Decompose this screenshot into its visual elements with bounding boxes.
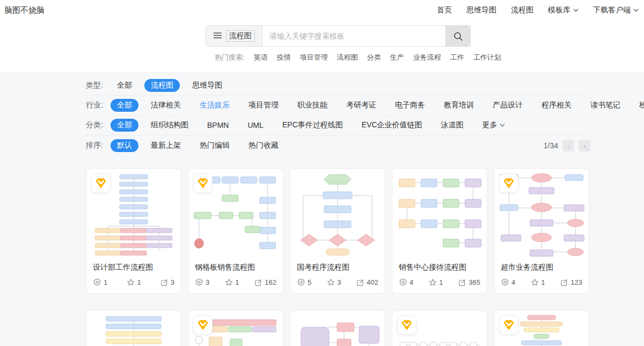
nav-flowchart[interactable]: 流程图 bbox=[511, 5, 533, 15]
filter-option[interactable]: 考研考证 bbox=[340, 99, 383, 112]
stars-count: 1 bbox=[439, 278, 443, 286]
stars-count: 1 bbox=[541, 278, 545, 286]
filter-label: 分类: bbox=[86, 120, 111, 130]
template-title[interactable]: 销售中心接待流程图 bbox=[392, 260, 487, 273]
filter-option[interactable]: 流程图 bbox=[144, 79, 180, 92]
template-stats: 4 1 123 bbox=[494, 273, 589, 293]
vip-gem-icon bbox=[502, 319, 515, 331]
top-nav: 首页思维导图流程图模板库下载客户端 bbox=[437, 5, 639, 15]
edits-stat: 123 bbox=[560, 278, 582, 286]
hot-search-label: 热门搜索: bbox=[215, 53, 245, 62]
stars-stat[interactable]: 1 bbox=[429, 278, 443, 286]
search-input[interactable] bbox=[262, 26, 445, 46]
template-thumbnail bbox=[86, 169, 181, 260]
filter-option[interactable]: UML bbox=[241, 119, 270, 131]
filter-option[interactable]: 法律相关 bbox=[144, 99, 187, 112]
stars-stat[interactable]: 3 bbox=[327, 278, 341, 286]
prev-page-button[interactable]: ‹ bbox=[562, 140, 574, 152]
stars-stat[interactable]: 1 bbox=[127, 278, 141, 286]
template-title[interactable]: 超市业务流程图 bbox=[494, 260, 589, 273]
filter-option[interactable]: 思维导图 bbox=[186, 79, 229, 92]
views-count: 5 bbox=[308, 278, 311, 286]
nav-template-library[interactable]: 模板库 bbox=[548, 5, 579, 15]
filter-option[interactable]: BPMN bbox=[201, 119, 235, 131]
search-button[interactable] bbox=[445, 26, 470, 46]
template-card[interactable]: 超市业务流程图 4 1 123 bbox=[494, 168, 589, 294]
flowchart-preview bbox=[395, 171, 484, 257]
hot-keyword-3[interactable]: 流程图 bbox=[337, 53, 358, 62]
hot-search-row: 热门搜索: 英语疫情项目管理流程图分类生产业务流程工作工作计划 bbox=[215, 53, 644, 62]
edits-stat: 402 bbox=[356, 278, 378, 286]
site-logo[interactable]: 脑图不烧脑 bbox=[4, 5, 45, 16]
filter-option[interactable]: 电子商务 bbox=[389, 99, 431, 112]
template-card[interactable] bbox=[86, 310, 181, 346]
template-card[interactable]: 销售中心接待流程图 4 1 365 bbox=[392, 168, 487, 294]
nav-download-client[interactable]: 下载客户端 bbox=[593, 5, 639, 15]
filter-option[interactable]: 职业技能 bbox=[291, 99, 334, 112]
stars-count: 1 bbox=[235, 278, 239, 286]
hot-keyword-5[interactable]: 生产 bbox=[390, 53, 404, 62]
filter-option[interactable]: 教育培训 bbox=[437, 99, 480, 112]
star-icon bbox=[531, 278, 539, 286]
star-icon bbox=[225, 278, 233, 286]
template-title[interactable]: 国考程序流程图 bbox=[290, 260, 385, 273]
filter-option[interactable]: 组织结构图 bbox=[144, 119, 195, 132]
filter-option[interactable]: 全部 bbox=[111, 99, 138, 112]
filter-option[interactable]: 读书笔记 bbox=[584, 99, 627, 112]
edits-count: 402 bbox=[367, 278, 378, 286]
template-title[interactable]: 钢格板销售流程图 bbox=[188, 260, 283, 273]
filter-option[interactable]: 更多 bbox=[476, 119, 511, 132]
hot-keyword-4[interactable]: 分类 bbox=[367, 53, 381, 62]
template-card[interactable] bbox=[188, 310, 283, 346]
filter-option[interactable]: 全部 bbox=[111, 79, 138, 92]
nav-home[interactable]: 首页 bbox=[437, 5, 452, 15]
hot-keyword-7[interactable]: 工作 bbox=[450, 53, 464, 62]
views-stat: 3 bbox=[195, 278, 209, 286]
template-grid-row2 bbox=[86, 310, 589, 346]
filter-option[interactable]: 热门编辑 bbox=[193, 139, 236, 152]
filter-option[interactable]: EPC事件过程线图 bbox=[276, 119, 349, 132]
filter-option[interactable]: 默认 bbox=[111, 139, 138, 152]
template-card[interactable]: 钢格板销售流程图 3 1 162 bbox=[188, 168, 283, 294]
nav-mindmap-label: 思维导图 bbox=[466, 5, 496, 15]
hot-keyword-0[interactable]: 英语 bbox=[254, 53, 268, 62]
category-dropdown[interactable]: 流程图 bbox=[206, 26, 262, 46]
template-card[interactable]: 国考程序流程图 5 3 402 bbox=[290, 168, 385, 294]
filter-option[interactable]: 泳道图 bbox=[435, 119, 470, 132]
vip-gem-icon bbox=[196, 319, 209, 331]
hot-keyword-6[interactable]: 业务流程 bbox=[413, 53, 441, 62]
vip-badge bbox=[499, 174, 518, 193]
star-icon bbox=[429, 278, 437, 286]
template-stats: 5 3 402 bbox=[290, 273, 385, 293]
template-thumbnail bbox=[86, 311, 181, 346]
template-card[interactable] bbox=[392, 310, 487, 346]
hot-keyword-1[interactable]: 疫情 bbox=[277, 53, 291, 62]
edits-stat: 365 bbox=[458, 278, 480, 286]
template-title[interactable]: 设计部工作流程图 bbox=[86, 260, 181, 273]
vip-gem-icon bbox=[400, 319, 413, 331]
filter-option[interactable]: 产品设计 bbox=[486, 99, 529, 112]
next-page-button[interactable]: › bbox=[579, 140, 590, 152]
filter-option[interactable]: 项目管理 bbox=[242, 99, 285, 112]
stars-stat[interactable]: 1 bbox=[225, 278, 239, 286]
filter-option[interactable]: 程序相关 bbox=[535, 99, 578, 112]
hot-keyword-8[interactable]: 工作计划 bbox=[473, 53, 501, 62]
views-icon bbox=[399, 278, 407, 286]
edit-icon bbox=[254, 278, 262, 286]
filter-option[interactable]: 生活娱乐 bbox=[193, 99, 236, 112]
content-section: 类型: 全部流程图思维导图 行业: 全部法律相关生活娱乐项目管理职业技能考研考证… bbox=[0, 71, 644, 346]
template-card[interactable] bbox=[494, 310, 589, 346]
filter-option[interactable]: 热门收藏 bbox=[242, 139, 285, 152]
filter-option[interactable]: 校园教育 bbox=[633, 99, 644, 112]
stars-stat[interactable]: 1 bbox=[531, 278, 545, 286]
filter-option[interactable]: 全部 bbox=[111, 119, 138, 132]
views-icon bbox=[93, 278, 101, 286]
vip-gem-icon bbox=[94, 177, 107, 190]
filter-option[interactable]: EVC企业价值链图 bbox=[355, 119, 429, 132]
hot-keyword-2[interactable]: 项目管理 bbox=[300, 53, 328, 62]
nav-flowchart-label: 流程图 bbox=[511, 5, 533, 15]
filter-option[interactable]: 最新上架 bbox=[144, 139, 187, 152]
nav-mindmap[interactable]: 思维导图 bbox=[466, 5, 496, 15]
template-card[interactable]: 设计部工作流程图 1 1 3 bbox=[86, 168, 181, 294]
template-card[interactable] bbox=[290, 310, 385, 346]
